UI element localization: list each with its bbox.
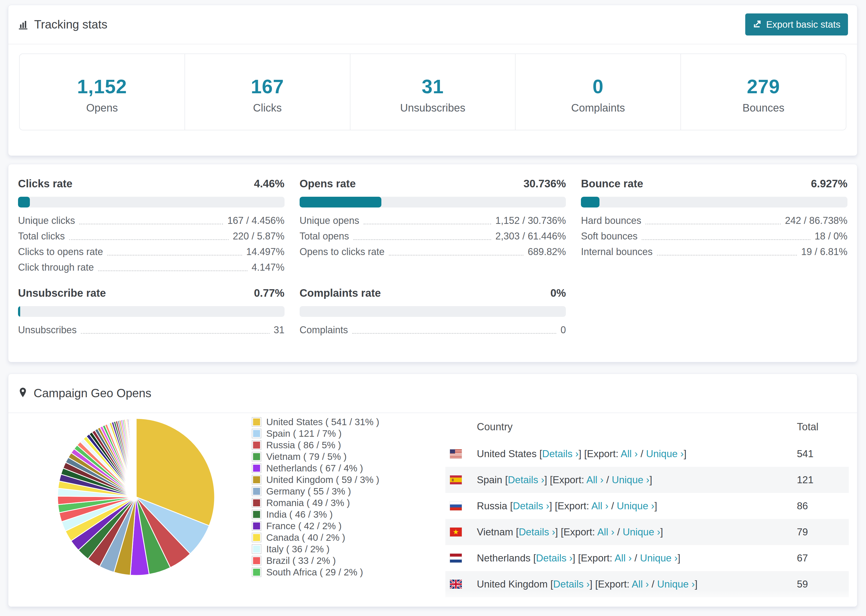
- detail-value: 31: [274, 324, 285, 336]
- bounce-rate-title: Bounce rate: [581, 178, 643, 190]
- table-header-row: Country Total: [446, 413, 849, 441]
- details-link[interactable]: Details ›: [508, 475, 544, 486]
- details-link[interactable]: Details ›: [536, 553, 573, 564]
- export-all-link[interactable]: All ›: [602, 605, 619, 607]
- export-all-link[interactable]: All ›: [586, 475, 603, 486]
- details-link[interactable]: Details ›: [513, 500, 550, 511]
- legend-item-india[interactable]: India ( 46 / 3% ): [252, 509, 379, 520]
- dotted-leader: [657, 255, 797, 256]
- details-link[interactable]: Details ›: [542, 448, 579, 459]
- dotted-leader: [352, 333, 556, 334]
- complaints-count: 0: [516, 75, 680, 97]
- legend-item-south-africa[interactable]: South Africa ( 29 / 2% ): [252, 566, 379, 578]
- legend-item-france[interactable]: France ( 42 / 2% ): [252, 520, 379, 532]
- tracking-stats-page: { "theme":{"accent_teal":"#1c7f93","bar_…: [0, 0, 866, 616]
- legend-item-united-states[interactable]: United States ( 541 / 31% ): [252, 416, 379, 427]
- unsubscribe-rate-progress-fill: [18, 306, 20, 317]
- complaints-rate-block: Complaints rate 0% Complaints0: [299, 287, 566, 336]
- geo-pie-legend: United States ( 541 / 31% ) Spain ( 121 …: [252, 416, 379, 578]
- legend-swatch: [252, 544, 261, 554]
- stat-opens: 1,152 Opens: [20, 54, 184, 130]
- export-basic-stats-button[interactable]: Export basic stats: [745, 13, 848, 36]
- detail-value: 220 / 5.87%: [233, 230, 285, 242]
- bar-chart-icon: [17, 19, 29, 30]
- detail-value: 19 / 6.81%: [801, 246, 847, 258]
- export-unique-link[interactable]: Unique ›: [623, 526, 660, 537]
- legend-item-russia[interactable]: Russia ( 86 / 5% ): [252, 439, 379, 451]
- legend-item-netherlands[interactable]: Netherlands ( 67 / 4% ): [252, 462, 379, 474]
- details-link[interactable]: Details ›: [553, 579, 590, 590]
- dotted-leader: [353, 239, 491, 240]
- country-name: Germany: [477, 605, 518, 607]
- bounces-count: 279: [681, 75, 846, 97]
- complaints-label: Complaints: [516, 102, 680, 114]
- table-row-russia: Russia [Details ›] [Export: All › / Uniq…: [446, 493, 849, 519]
- opens-rate-value: 30.736%: [523, 178, 566, 190]
- legend-swatch: [252, 440, 261, 450]
- unsubscribe-rate-value: 0.77%: [254, 287, 284, 299]
- clicks-rate-title: Clicks rate: [18, 178, 72, 190]
- country-total: 55: [797, 605, 849, 607]
- detail-row: Complaints0: [299, 321, 566, 336]
- export-all-link[interactable]: All ›: [621, 448, 638, 459]
- detail-label: Total clicks: [18, 230, 65, 242]
- dotted-leader: [81, 333, 269, 334]
- export-unique-link[interactable]: Unique ›: [640, 553, 678, 564]
- export-all-link[interactable]: All ›: [632, 579, 649, 590]
- detail-row: Unsubscribes31: [18, 321, 285, 336]
- geo-opens-title: Campaign Geo Opens: [34, 387, 151, 400]
- clicks-count: 167: [185, 75, 350, 97]
- export-unique-link[interactable]: Unique ›: [646, 448, 684, 459]
- legend-item-spain[interactable]: Spain ( 121 / 7% ): [252, 427, 379, 439]
- legend-item-canada[interactable]: Canada ( 40 / 2% ): [252, 532, 379, 543]
- empty-grid-cell: [581, 287, 847, 336]
- detail-label: Click through rate: [18, 261, 94, 273]
- detail-label: Clicks to opens rate: [18, 246, 103, 258]
- unsubscribe-rate-progressbar: [18, 306, 285, 317]
- export-unique-link[interactable]: Unique ›: [617, 500, 654, 511]
- detail-row: Total opens2,303 / 61.446%: [299, 227, 566, 242]
- complaints-rate-value: 0%: [551, 287, 566, 299]
- legend-swatch: [252, 475, 261, 485]
- legend-item-romania[interactable]: Romania ( 49 / 3% ): [252, 497, 379, 509]
- legend-item-united-kingdom[interactable]: United Kingdom ( 59 / 3% ): [252, 474, 379, 486]
- export-all-link[interactable]: All ›: [614, 553, 632, 564]
- opens-count: 1,152: [20, 75, 184, 97]
- details-link[interactable]: Details ›: [519, 526, 555, 537]
- dotted-leader: [646, 224, 781, 225]
- legend-swatch: [252, 452, 261, 462]
- bounce-rate-block: Bounce rate 6.927% Hard bounces242 / 86.…: [581, 178, 847, 273]
- opens-rate-progress-fill: [299, 197, 381, 207]
- export-unique-link[interactable]: Unique ›: [612, 475, 650, 486]
- geo-pie-chart[interactable]: [57, 418, 216, 576]
- detail-label: Complaints: [299, 324, 348, 336]
- dotted-leader: [107, 255, 242, 256]
- stat-complaints: 0 Complaints: [515, 54, 680, 130]
- export-unique-link[interactable]: Unique ›: [627, 605, 665, 607]
- germany-flag-icon: [450, 606, 462, 607]
- summary-stats-box: 1,152 Opens 167 Clicks 31 Unsubscribes 0…: [19, 53, 846, 130]
- detail-value: 14.497%: [246, 246, 285, 258]
- legend-swatch: [252, 429, 261, 438]
- export-button-label: Export basic stats: [766, 19, 841, 30]
- legend-swatch: [252, 486, 261, 496]
- legend-item-brazil[interactable]: Brazil ( 33 / 2% ): [252, 555, 379, 566]
- detail-row: Clicks to opens rate14.497%: [18, 242, 285, 258]
- export-unique-link[interactable]: Unique ›: [657, 579, 695, 590]
- country-total: 121: [797, 475, 849, 486]
- map-marker-icon: [17, 387, 28, 399]
- geo-opens-title-group: Campaign Geo Opens: [17, 387, 151, 400]
- legend-swatch: [252, 521, 261, 531]
- legend-item-germany[interactable]: Germany ( 55 / 3% ): [252, 486, 379, 497]
- detail-row: Total clicks220 / 5.87%: [18, 227, 285, 242]
- export-all-link[interactable]: All ›: [591, 500, 609, 511]
- united-kingdom-flag-icon: [450, 580, 462, 589]
- detail-value: 2,303 / 61.446%: [495, 230, 566, 242]
- details-link[interactable]: Details ›: [523, 605, 560, 607]
- legend-item-vietnam[interactable]: Vietnam ( 79 / 5% ): [252, 451, 379, 462]
- clicks-rate-block: Clicks rate 4.46% Unique clicks167 / 4.4…: [18, 178, 285, 273]
- legend-item-italy[interactable]: Italy ( 36 / 2% ): [252, 543, 379, 555]
- export-all-link[interactable]: All ›: [597, 526, 614, 537]
- unsubscribes-count: 31: [350, 75, 515, 97]
- dotted-leader: [79, 224, 223, 225]
